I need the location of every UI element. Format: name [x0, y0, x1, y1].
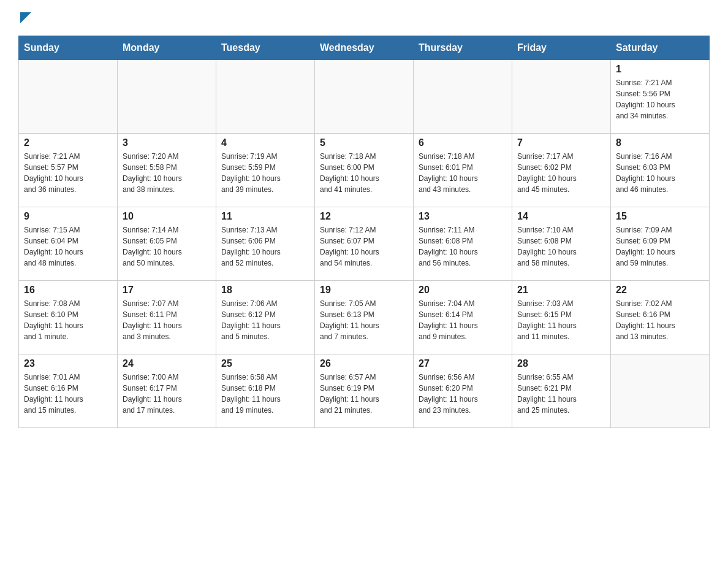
day-number: 12 — [320, 211, 408, 222]
day-number: 24 — [123, 358, 211, 369]
day-number: 14 — [517, 211, 605, 222]
day-info: Sunrise: 7:02 AM Sunset: 6:16 PM Dayligh… — [616, 298, 704, 342]
day-info: Sunrise: 7:07 AM Sunset: 6:11 PM Dayligh… — [123, 298, 211, 342]
calendar-day-cell: 19Sunrise: 7:05 AM Sunset: 6:13 PM Dayli… — [315, 281, 414, 354]
day-info: Sunrise: 7:03 AM Sunset: 6:15 PM Dayligh… — [517, 298, 605, 342]
calendar-day-cell: 22Sunrise: 7:02 AM Sunset: 6:16 PM Dayli… — [611, 281, 710, 354]
calendar-day-cell: 1Sunrise: 7:21 AM Sunset: 5:56 PM Daylig… — [611, 60, 710, 134]
calendar-day-cell: 28Sunrise: 6:55 AM Sunset: 6:21 PM Dayli… — [512, 354, 611, 428]
day-info: Sunrise: 7:11 AM Sunset: 6:08 PM Dayligh… — [419, 224, 507, 269]
calendar-week-row: 23Sunrise: 7:01 AM Sunset: 6:16 PM Dayli… — [19, 354, 710, 428]
calendar-day-cell: 13Sunrise: 7:11 AM Sunset: 6:08 PM Dayli… — [414, 207, 512, 281]
calendar-week-row: 9Sunrise: 7:15 AM Sunset: 6:04 PM Daylig… — [19, 207, 710, 281]
calendar-day-cell: 10Sunrise: 7:14 AM Sunset: 6:05 PM Dayli… — [118, 207, 216, 281]
day-info: Sunrise: 6:57 AM Sunset: 6:19 PM Dayligh… — [320, 372, 408, 416]
calendar-day-cell: 7Sunrise: 7:17 AM Sunset: 6:02 PM Daylig… — [512, 134, 611, 207]
day-info: Sunrise: 7:15 AM Sunset: 6:04 PM Dayligh… — [24, 224, 112, 269]
day-info: Sunrise: 7:10 AM Sunset: 6:08 PM Dayligh… — [517, 224, 605, 269]
calendar-day-cell — [315, 60, 414, 134]
day-number: 28 — [517, 358, 605, 369]
day-number: 8 — [616, 137, 704, 148]
calendar-day-cell: 23Sunrise: 7:01 AM Sunset: 6:16 PM Dayli… — [19, 354, 118, 428]
calendar-day-cell: 27Sunrise: 6:56 AM Sunset: 6:20 PM Dayli… — [414, 354, 512, 428]
calendar-day-cell: 26Sunrise: 6:57 AM Sunset: 6:19 PM Dayli… — [315, 354, 414, 428]
day-info: Sunrise: 7:13 AM Sunset: 6:06 PM Dayligh… — [221, 224, 309, 269]
day-info: Sunrise: 7:00 AM Sunset: 6:17 PM Dayligh… — [123, 372, 211, 416]
day-info: Sunrise: 7:06 AM Sunset: 6:12 PM Dayligh… — [221, 298, 309, 342]
calendar-day-cell: 9Sunrise: 7:15 AM Sunset: 6:04 PM Daylig… — [19, 207, 118, 281]
calendar-day-cell — [512, 60, 611, 134]
calendar-day-cell: 5Sunrise: 7:18 AM Sunset: 6:00 PM Daylig… — [315, 134, 414, 207]
day-of-week-header: Tuesday — [216, 36, 315, 60]
day-number: 27 — [419, 358, 507, 369]
day-number: 2 — [24, 137, 112, 148]
day-number: 20 — [419, 285, 507, 296]
calendar-day-cell: 14Sunrise: 7:10 AM Sunset: 6:08 PM Dayli… — [512, 207, 611, 281]
calendar-day-cell — [118, 60, 216, 134]
day-info: Sunrise: 6:56 AM Sunset: 6:20 PM Dayligh… — [419, 372, 507, 416]
calendar-day-cell — [216, 60, 315, 134]
day-info: Sunrise: 7:14 AM Sunset: 6:05 PM Dayligh… — [123, 224, 211, 269]
day-number: 17 — [123, 285, 211, 296]
calendar-day-cell: 11Sunrise: 7:13 AM Sunset: 6:06 PM Dayli… — [216, 207, 315, 281]
calendar-day-cell: 8Sunrise: 7:16 AM Sunset: 6:03 PM Daylig… — [611, 134, 710, 207]
day-number: 5 — [320, 137, 408, 148]
calendar-day-cell — [19, 60, 118, 134]
day-number: 16 — [24, 285, 112, 296]
day-info: Sunrise: 7:04 AM Sunset: 6:14 PM Dayligh… — [419, 298, 507, 342]
day-info: Sunrise: 6:58 AM Sunset: 6:18 PM Dayligh… — [221, 372, 309, 416]
day-info: Sunrise: 6:55 AM Sunset: 6:21 PM Dayligh… — [517, 372, 605, 416]
day-info: Sunrise: 7:16 AM Sunset: 6:03 PM Dayligh… — [616, 151, 704, 195]
day-of-week-header: Friday — [512, 36, 611, 60]
day-number: 26 — [320, 358, 408, 369]
day-info: Sunrise: 7:12 AM Sunset: 6:07 PM Dayligh… — [320, 224, 408, 269]
day-of-week-header: Thursday — [414, 36, 512, 60]
calendar-day-cell: 24Sunrise: 7:00 AM Sunset: 6:17 PM Dayli… — [118, 354, 216, 428]
calendar-day-cell: 25Sunrise: 6:58 AM Sunset: 6:18 PM Dayli… — [216, 354, 315, 428]
day-info: Sunrise: 7:08 AM Sunset: 6:10 PM Dayligh… — [24, 298, 112, 342]
calendar-table: SundayMondayTuesdayWednesdayThursdayFrid… — [18, 36, 710, 428]
day-info: Sunrise: 7:21 AM Sunset: 5:56 PM Dayligh… — [616, 77, 704, 121]
calendar-day-cell: 12Sunrise: 7:12 AM Sunset: 6:07 PM Dayli… — [315, 207, 414, 281]
calendar-day-cell: 17Sunrise: 7:07 AM Sunset: 6:11 PM Dayli… — [118, 281, 216, 354]
day-of-week-header: Monday — [118, 36, 216, 60]
day-number: 19 — [320, 285, 408, 296]
logo-triangle-icon — [20, 12, 31, 23]
day-info: Sunrise: 7:01 AM Sunset: 6:16 PM Dayligh… — [24, 372, 112, 416]
day-number: 1 — [616, 64, 704, 75]
day-number: 21 — [517, 285, 605, 296]
day-info: Sunrise: 7:17 AM Sunset: 6:02 PM Dayligh… — [517, 151, 605, 195]
calendar-week-row: 2Sunrise: 7:21 AM Sunset: 5:57 PM Daylig… — [19, 134, 710, 207]
calendar-day-cell: 16Sunrise: 7:08 AM Sunset: 6:10 PM Dayli… — [19, 281, 118, 354]
calendar-week-row: 1Sunrise: 7:21 AM Sunset: 5:56 PM Daylig… — [19, 60, 710, 134]
day-number: 15 — [616, 211, 704, 222]
calendar-day-cell — [414, 60, 512, 134]
day-number: 25 — [221, 358, 309, 369]
calendar-day-cell: 20Sunrise: 7:04 AM Sunset: 6:14 PM Dayli… — [414, 281, 512, 354]
day-number: 9 — [24, 211, 112, 222]
day-number: 3 — [123, 137, 211, 148]
calendar-day-cell: 3Sunrise: 7:20 AM Sunset: 5:58 PM Daylig… — [118, 134, 216, 207]
day-info: Sunrise: 7:21 AM Sunset: 5:57 PM Dayligh… — [24, 151, 112, 195]
svg-marker-0 — [20, 12, 31, 23]
day-number: 22 — [616, 285, 704, 296]
calendar-day-cell: 2Sunrise: 7:21 AM Sunset: 5:57 PM Daylig… — [19, 134, 118, 207]
day-info: Sunrise: 7:09 AM Sunset: 6:09 PM Dayligh… — [616, 224, 704, 269]
day-number: 7 — [517, 137, 605, 148]
day-info: Sunrise: 7:19 AM Sunset: 5:59 PM Dayligh… — [221, 151, 309, 195]
calendar-day-cell: 4Sunrise: 7:19 AM Sunset: 5:59 PM Daylig… — [216, 134, 315, 207]
page-header — [18, 12, 710, 25]
calendar-day-cell: 18Sunrise: 7:06 AM Sunset: 6:12 PM Dayli… — [216, 281, 315, 354]
day-number: 13 — [419, 211, 507, 222]
day-number: 11 — [221, 211, 309, 222]
day-number: 10 — [123, 211, 211, 222]
logo — [18, 12, 31, 25]
day-info: Sunrise: 7:18 AM Sunset: 6:01 PM Dayligh… — [419, 151, 507, 195]
calendar-week-row: 16Sunrise: 7:08 AM Sunset: 6:10 PM Dayli… — [19, 281, 710, 354]
calendar-day-cell — [611, 354, 710, 428]
day-info: Sunrise: 7:05 AM Sunset: 6:13 PM Dayligh… — [320, 298, 408, 342]
day-number: 23 — [24, 358, 112, 369]
day-info: Sunrise: 7:20 AM Sunset: 5:58 PM Dayligh… — [123, 151, 211, 195]
day-of-week-header: Saturday — [611, 36, 710, 60]
day-info: Sunrise: 7:18 AM Sunset: 6:00 PM Dayligh… — [320, 151, 408, 195]
